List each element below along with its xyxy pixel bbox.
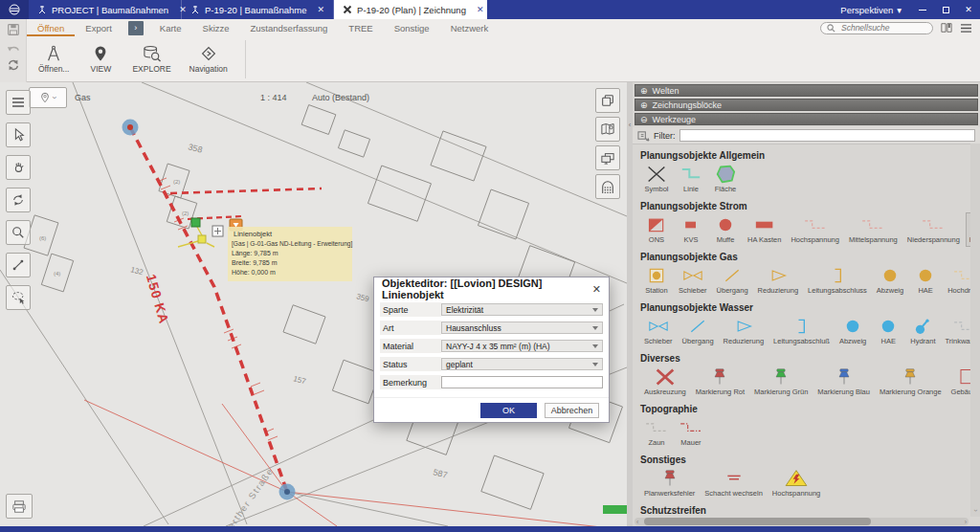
close-icon[interactable]: ✕ — [477, 5, 484, 14]
ribbon-tab-skizze[interactable]: Skizze — [192, 19, 240, 36]
dialog-titlebar[interactable]: Objekteditor: [[Lovion] DESIGN] Linienob… — [374, 277, 609, 300]
screens-button[interactable] — [595, 145, 620, 170]
cancel-button[interactable]: Abbrechen — [545, 403, 599, 418]
panel-welten[interactable]: ⊕ Welten — [635, 84, 978, 97]
tool-strom-hochspannung[interactable]: Hochspannung — [787, 212, 842, 247]
tool-strom-ons[interactable]: ONS — [640, 212, 673, 247]
tool-wasser-trinkwasser[interactable]: Trinkwasser — [942, 314, 970, 348]
panel-zeichnungsbloecke[interactable]: ⊕ Zeichnungsblöcke — [635, 99, 978, 111]
tool-flaeche[interactable]: Fläche — [709, 162, 742, 196]
ok-button[interactable]: OK — [480, 403, 537, 418]
layers-button[interactable] — [595, 88, 620, 113]
tool-gebaeude[interactable]: Gebäude — [947, 365, 970, 399]
panel-werkzeuge[interactable]: ⊖ Werkzeuge — [635, 113, 978, 125]
close-window-button[interactable]: ✕ — [957, 0, 980, 19]
ribbon-tab-karte[interactable]: Karte — [149, 19, 192, 36]
tab-project-baumassnahmen[interactable]: PROJECT | Baumaßnahmen ✕ — [29, 0, 182, 19]
zoom-tool-button[interactable] — [6, 220, 31, 245]
tool-strom-muffe[interactable]: Muffe — [709, 212, 742, 247]
tool-strom-ha-kasten[interactable]: HA Kasten — [744, 212, 785, 247]
collapse-icon[interactable]: ⊖ — [640, 115, 648, 124]
tool-hochspannung-warnung[interactable]: Hochspannung — [768, 466, 824, 500]
tool-auskreuzung[interactable]: Auskreuzung — [640, 365, 690, 399]
tool-symbol[interactable]: Symbol — [640, 162, 673, 196]
tool-gas-hochdruck[interactable]: Hochdruck — [944, 263, 970, 298]
layer-pin-dropdown[interactable]: › — [29, 87, 67, 108]
tool-strom-niederspannung[interactable]: Niederspannung — [903, 212, 964, 247]
close-icon[interactable]: ✕ — [592, 283, 601, 296]
tool-wasser-uebergang[interactable]: Übergang — [679, 314, 718, 348]
expand-icon[interactable]: ⊕ — [640, 100, 648, 110]
map-book-button[interactable] — [595, 117, 620, 142]
map-marker-start[interactable] — [122, 120, 139, 136]
tool-planwerksfehler[interactable]: Planwerksfehler — [640, 466, 699, 500]
planned-branch[interactable] — [170, 188, 322, 193]
menu-icon[interactable] — [960, 23, 972, 33]
expand-icon[interactable]: ⊕ — [640, 86, 648, 96]
art-select[interactable]: Hausanschluss — [441, 321, 603, 334]
tool-wasser-reduzierung[interactable]: Reduzierung — [720, 314, 768, 348]
map-node-green[interactable] — [191, 218, 200, 227]
ribbon-tab-sonstige[interactable]: Sonstige — [384, 19, 440, 36]
measure-tool-button[interactable] — [6, 253, 31, 277]
tool-markierung-rot[interactable]: Markierung Rot — [692, 365, 748, 399]
ribbon-tab-oeffnen[interactable]: Öffnen — [27, 19, 75, 36]
close-icon[interactable]: ✕ — [318, 5, 325, 14]
book-icon[interactable] — [940, 22, 953, 33]
ribbon-tab-netzwerk[interactable]: Netzwerk — [440, 19, 500, 36]
ribbon-tab-zustandserfassung[interactable]: Zustandserfassung — [240, 19, 339, 36]
tool-markierung-blau[interactable]: Markierung Blau — [813, 365, 874, 399]
ribbon-expand-button[interactable]: › — [128, 21, 144, 35]
quick-search[interactable] — [820, 22, 933, 34]
scroll-right-icon[interactable]: › — [965, 519, 967, 525]
open-button[interactable]: Öffnen... — [32, 43, 76, 76]
tool-markierung-gruen[interactable]: Markierung Grün — [750, 365, 812, 399]
tool-gas-reduzierung[interactable]: Reduzierung — [754, 263, 803, 298]
tool-gas-hae[interactable]: HAE — [909, 263, 942, 298]
close-icon[interactable]: ✕ — [179, 5, 187, 14]
tool-wasser-hae[interactable]: HAE — [872, 314, 904, 348]
bemerkung-input[interactable] — [441, 376, 603, 388]
scrollbar-thumb[interactable] — [644, 518, 871, 525]
tool-gas-station[interactable]: Station — [640, 263, 673, 298]
vertical-scrollbar[interactable]: › — [970, 144, 980, 517]
tab-p1920-plan-zeichnung[interactable]: P-19-20 (Plan) | Zeichnung ✕ — [334, 0, 487, 19]
scroll-down-icon[interactable]: › — [970, 509, 979, 512]
perspectives-dropdown[interactable]: Perspektiven ▾ — [831, 5, 911, 15]
search-input[interactable] — [839, 22, 926, 33]
tool-gas-abzweig[interactable]: Abzweig — [873, 263, 907, 298]
tool-wasser-abzweig[interactable]: Abzweig — [835, 314, 870, 348]
maximize-button[interactable] — [934, 0, 957, 19]
tool-markierung-orange[interactable]: Markierung Orange — [876, 365, 946, 399]
print-button[interactable] — [6, 494, 33, 519]
horizontal-scrollbar[interactable]: ‹ › — [635, 518, 969, 525]
map-node-yellow[interactable] — [198, 235, 206, 243]
minimize-button[interactable] — [911, 0, 934, 19]
tool-strom-mittelspannung[interactable]: Mittelspannung — [845, 212, 902, 247]
map-node-crosshair[interactable] — [212, 226, 223, 236]
collapse-icon[interactable]: ‹ — [629, 121, 632, 129]
ribbon-tab-export[interactable]: Export — [75, 19, 122, 36]
material-select[interactable]: NAYY-J 4 x 35 mm² (m) (HA) — [441, 340, 603, 352]
rotate-tool-button[interactable] — [6, 188, 31, 212]
tool-zaun[interactable]: Zaun — [640, 415, 673, 450]
map-marker-end[interactable] — [279, 484, 296, 500]
scroll-left-icon[interactable]: ‹ — [636, 519, 638, 525]
lasso-tool-button[interactable] — [6, 285, 31, 310]
refresh-icon[interactable] — [6, 58, 21, 72]
status-select[interactable]: geplant — [441, 358, 603, 370]
buildings-button[interactable] — [595, 174, 620, 199]
tool-gas-uebergang[interactable]: Übergang — [713, 263, 752, 298]
filter-input[interactable] — [679, 129, 976, 142]
ribbon-tab-tree[interactable]: TREE — [338, 19, 383, 36]
pan-tool-button[interactable] — [6, 155, 31, 180]
navigation-button[interactable]: Navigation — [183, 43, 234, 76]
tab-p1920-baumassnahme[interactable]: P-19-20 | Baumaßnahme ✕ — [182, 0, 334, 19]
explore-button[interactable]: EXPLORE — [125, 43, 177, 76]
view-button[interactable]: VIEW — [80, 43, 121, 76]
tool-linie[interactable]: Linie — [675, 162, 707, 196]
tool-schacht-wechseln[interactable]: Schacht wechseln — [701, 466, 766, 500]
save-icon[interactable] — [6, 22, 21, 37]
tool-wasser-leitungsabschluss[interactable]: Leitungsabschluß — [769, 314, 834, 348]
select-tool-button[interactable] — [6, 122, 31, 147]
